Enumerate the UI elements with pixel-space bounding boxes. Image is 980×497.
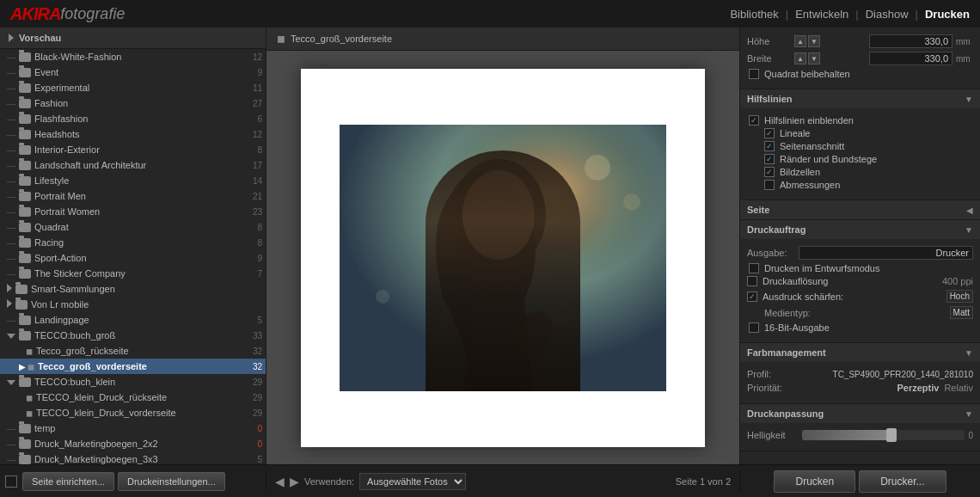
list-item[interactable]: — Racing 8	[0, 235, 266, 250]
folder-count: 7	[248, 269, 262, 279]
nav-drucken[interactable]: Drucken	[925, 8, 970, 21]
breite-up-btn[interactable]: ▲	[794, 52, 806, 64]
tecco-gross-item[interactable]: TECCO:buch_groß 33	[0, 328, 266, 343]
bit-ausgabe-label: 16-Bit-Ausgabe	[764, 322, 830, 333]
medientyp-select[interactable]: Matt	[950, 306, 973, 319]
prev-arrow[interactable]: ◀	[275, 475, 285, 488]
folder-icon	[19, 145, 31, 155]
bottom-select-checkbox[interactable]	[5, 476, 17, 488]
nav-entwickeln[interactable]: Entwickeln	[795, 8, 848, 21]
farbmanagement-header[interactable]: Farbmanagement ▼	[740, 343, 980, 362]
nav-links: Bibliothek | Entwickeln | Diashow | Druc…	[730, 8, 970, 21]
photo-svg	[340, 125, 666, 391]
vorschau-toggle-icon[interactable]	[9, 34, 14, 42]
druckaufloesung-checkbox[interactable]	[747, 276, 757, 286]
drucken-button[interactable]: Drucken	[774, 470, 855, 493]
breite-down-btn[interactable]: ▼	[808, 52, 820, 64]
hoehe-down-btn[interactable]: ▼	[808, 35, 820, 47]
list-item[interactable]: — Landschaft und Architektur 17	[0, 157, 266, 173]
farbmanagement-toggle-icon: ▼	[965, 348, 973, 358]
right-panel: Höhe ▲ ▼ 330,0 mm Breite ▲ ▼ 330,0 mm	[739, 28, 980, 464]
list-item[interactable]: — Headshots 12	[0, 126, 266, 142]
abmessungen-checkbox[interactable]	[764, 180, 775, 190]
tecco-small-label: TECCO:buch_klein	[34, 377, 245, 387]
schaerfen-checkbox[interactable]	[747, 291, 757, 302]
list-item[interactable]: — Black-White-Fashion 12	[0, 49, 266, 64]
list-item[interactable]: — Experimental 11	[0, 80, 266, 95]
verwenden-label: Verwenden:	[304, 476, 354, 487]
list-item[interactable]: — Event 9	[0, 64, 266, 80]
druckanpassung-title: Druckanpassung	[747, 408, 824, 419]
nav-bibliothek[interactable]: Bibliothek	[730, 8, 778, 21]
druckanpassung-header[interactable]: Druckanpassung ▼	[740, 404, 980, 423]
list-item[interactable]: — Portrait Women 23	[0, 204, 266, 219]
folder-name: Racing	[34, 237, 245, 248]
folder-count: 12	[248, 130, 262, 139]
folder-name: Flashfashion	[34, 114, 245, 124]
hoehe-value[interactable]: 330,0	[869, 34, 952, 48]
raender-checkbox[interactable]	[764, 154, 775, 164]
farbmanagement-title: Farbmanagement	[747, 347, 826, 358]
tecco-small-back-item[interactable]: ◼ TECCO_klein_Druck_rückseite 29	[0, 390, 266, 405]
page-info: Seite 1 von 2	[676, 476, 731, 487]
bit-ausgabe-checkbox[interactable]	[749, 322, 759, 333]
tecco-gross-front-label: Tecco_groß_vorderseite	[38, 361, 245, 371]
seite-einrichten-button[interactable]: Seite einrichten...	[22, 472, 114, 491]
druck-3x3-label: Druck_Marketingboegen_3x3	[34, 454, 245, 464]
hilfslinien-einblenden-checkbox[interactable]	[749, 115, 759, 126]
lineale-checkbox[interactable]	[764, 128, 775, 138]
nav-sep-1: |	[786, 8, 788, 21]
logo: AKIRA fotografie	[10, 4, 125, 24]
folder-icon	[19, 455, 31, 464]
tecco-gross-front-item[interactable]: ▶ ◼ Tecco_groß_vorderseite 32	[0, 359, 266, 374]
smart-sammlungen-item[interactable]: Smart-Sammlungen	[0, 281, 266, 297]
von-lr-mobile-item[interactable]: Von Lr mobile	[0, 297, 266, 312]
druck-3x3-item[interactable]: — Druck_Marketingboegen_3x3 5	[0, 451, 266, 464]
list-item[interactable]: — Flashfashion 6	[0, 111, 266, 126]
list-item[interactable]: — The Sticker Company 7	[0, 266, 266, 281]
folder-icon	[19, 424, 31, 433]
entwurfsmodus-checkbox[interactable]	[749, 263, 759, 273]
breite-value[interactable]: 330,0	[869, 52, 952, 65]
verwenden-select[interactable]: Ausgewählte Fotos	[359, 473, 466, 490]
next-arrow[interactable]: ▶	[290, 475, 299, 488]
tecco-gross-back-item[interactable]: ◼ Tecco_groß_rückseite 32	[0, 343, 266, 359]
helligkeit-thumb[interactable]	[886, 428, 897, 442]
list-item[interactable]: — Portrait Men 21	[0, 188, 266, 204]
temp-item[interactable]: — temp 0	[0, 420, 266, 436]
druck-2x2-item[interactable]: — Druck_Marketingboegen_2x2 0	[0, 436, 266, 451]
nav-diashow[interactable]: Diashow	[866, 8, 909, 21]
folder-icon	[19, 161, 31, 170]
list-item[interactable]: — Sport-Action 9	[0, 250, 266, 266]
druckauftrag-header[interactable]: Druckauftrag ▼	[740, 220, 980, 239]
bildzellen-checkbox[interactable]	[764, 167, 775, 177]
list-item[interactable]: — Lifestyle 14	[0, 173, 266, 188]
tecco-small-item[interactable]: TECCO:buch_klein 29	[0, 374, 266, 390]
list-item[interactable]: — Quadrat 8	[0, 219, 266, 235]
list-item[interactable]: — Fashion 27	[0, 95, 266, 111]
expand-icon	[7, 284, 12, 292]
tecco-small-front-item[interactable]: ◼ TECCO_klein_Druck_vorderseite 29	[0, 405, 266, 420]
seitenanschnitt-checkbox[interactable]	[764, 141, 775, 151]
landingpage-count: 5	[248, 316, 262, 325]
landingpage-item[interactable]: — Landingpage 5	[0, 312, 266, 328]
list-item[interactable]: — Interior-Exterior 8	[0, 142, 266, 157]
tecco-small-back-count: 29	[248, 393, 262, 402]
prioritaet-row: Priorität: Perzeptiv Relativ	[747, 383, 973, 393]
bottom-bar: Seite einrichten... Druckeinstellungen..…	[0, 464, 980, 497]
hilfslinien-header[interactable]: Hilfslinien ▼	[740, 89, 980, 108]
ausgabe-value[interactable]: Drucker	[799, 246, 973, 260]
druckauftrag-toggle-icon: ▼	[965, 225, 973, 235]
druckauftrag-title: Druckauftrag	[747, 224, 805, 235]
quadrat-checkbox[interactable]	[749, 69, 759, 79]
druck-2x2-label: Druck_Marketingboegen_2x2	[34, 439, 245, 449]
raender-label: Ränder und Bundstege	[780, 154, 877, 164]
schaerfen-select[interactable]: Hoch	[946, 290, 973, 303]
hoehe-up-btn[interactable]: ▲	[794, 35, 806, 47]
center-header: ◼ Tecco_groß_vorderseite	[266, 28, 739, 51]
seite-header[interactable]: Seite ◀	[740, 200, 980, 219]
hilfslinien-section: Hilfslinien ▼ Hilfslinien einblenden Lin…	[740, 89, 980, 200]
profil-row: Profil: TC_SP4900_PFR200_1440_281010	[747, 369, 973, 379]
drucker-button[interactable]: Drucker...	[859, 470, 946, 493]
druckeinstellungen-button[interactable]: Druckeinstellungen...	[118, 472, 225, 491]
